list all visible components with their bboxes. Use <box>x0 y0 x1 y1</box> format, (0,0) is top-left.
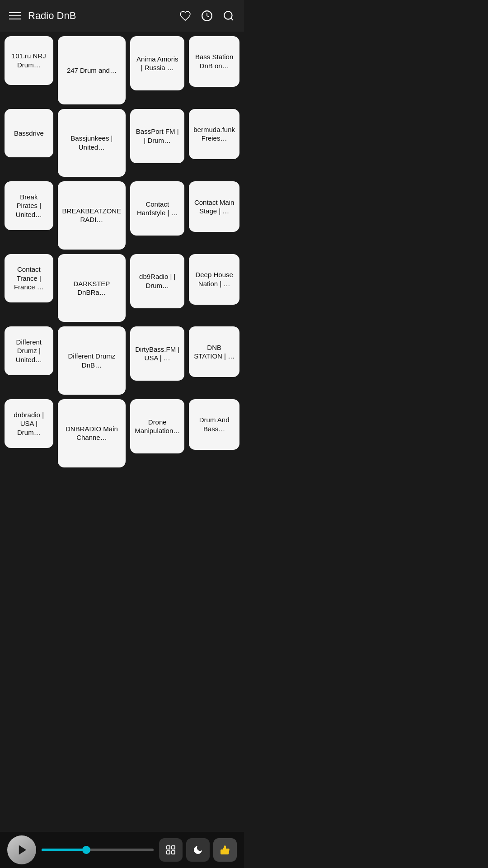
station-label-11: Contact Main Stage | … <box>193 198 235 216</box>
app-title: Radio DnB <box>28 10 179 22</box>
favorites-icon[interactable] <box>179 9 192 22</box>
svg-line-2 <box>231 18 233 20</box>
station-item-11[interactable]: Contact Main Stage | … <box>189 181 239 232</box>
station-label-21: DNBRADIO Main Channe… <box>62 425 122 442</box>
station-label-5: Bassjunkees | United… <box>62 134 122 151</box>
header: Radio DnB <box>0 0 244 32</box>
station-item-9[interactable]: BREAKBEATZONE RADI… <box>58 181 126 250</box>
station-label-18: DirtyBass.FM | USA | … <box>135 345 180 363</box>
station-label-4: Bassdrive <box>14 129 44 138</box>
station-label-8: Break Pirates | United… <box>9 193 49 219</box>
station-item-6[interactable]: BassPort FM | | Drum… <box>130 109 184 163</box>
station-label-20: dnbradio | USA | Drum… <box>9 410 49 437</box>
station-item-3[interactable]: Bass Station DnB on… <box>189 36 239 87</box>
station-item-20[interactable]: dnbradio | USA | Drum… <box>5 399 53 448</box>
station-label-13: DARKSTEP DnBRa… <box>62 279 122 297</box>
station-label-7: bermuda.funk Freies… <box>193 125 235 143</box>
station-item-1[interactable]: 247 Drum and… <box>58 36 126 104</box>
station-item-7[interactable]: bermuda.funk Freies… <box>189 109 239 160</box>
menu-button[interactable] <box>9 12 21 19</box>
station-label-23: Drum And Bass… <box>193 415 235 433</box>
station-label-19: DNB STATION | … <box>193 343 235 361</box>
station-label-9: BREAKBEATZONE RADI… <box>62 207 122 224</box>
station-item-2[interactable]: Anima Amoris | Russia … <box>130 36 184 90</box>
stations-grid: 101.ru NRJ Drum…247 Drum and…Anima Amori… <box>0 32 244 513</box>
station-label-16: Different Drumz | United… <box>9 338 49 364</box>
search-icon[interactable] <box>222 9 235 22</box>
station-label-2: Anima Amoris | Russia … <box>135 55 180 72</box>
station-item-17[interactable]: Different Drumz DnB… <box>58 326 126 395</box>
station-label-15: Deep House Nation | … <box>193 270 235 288</box>
station-label-3: Bass Station DnB on… <box>193 52 235 70</box>
station-item-8[interactable]: Break Pirates | United… <box>5 181 53 230</box>
station-item-16[interactable]: Different Drumz | United… <box>5 326 53 375</box>
station-item-5[interactable]: Bassjunkees | United… <box>58 109 126 177</box>
station-label-6: BassPort FM | | Drum… <box>135 127 180 145</box>
station-item-14[interactable]: db9Radio | | Drum… <box>130 254 184 308</box>
station-item-22[interactable]: Drone Manipulation… <box>130 399 184 453</box>
station-label-0: 101.ru NRJ Drum… <box>9 52 49 69</box>
station-label-22: Drone Manipulation… <box>135 418 180 435</box>
station-label-10: Contact Hardstyle | … <box>135 200 180 217</box>
station-item-10[interactable]: Contact Hardstyle | … <box>130 181 184 236</box>
station-item-4[interactable]: Bassdrive <box>5 109 53 158</box>
station-item-15[interactable]: Deep House Nation | … <box>189 254 239 305</box>
station-label-17: Different Drumz DnB… <box>62 352 122 369</box>
history-icon[interactable] <box>201 9 213 22</box>
station-item-13[interactable]: DARKSTEP DnBRa… <box>58 254 126 322</box>
station-item-23[interactable]: Drum And Bass… <box>189 399 239 450</box>
station-item-0[interactable]: 101.ru NRJ Drum… <box>5 36 53 85</box>
station-item-19[interactable]: DNB STATION | … <box>189 326 239 377</box>
header-icons <box>179 9 235 22</box>
station-item-18[interactable]: DirtyBass.FM | USA | … <box>130 326 184 381</box>
station-item-12[interactable]: Contact Trance | France … <box>5 254 53 303</box>
station-label-12: Contact Trance | France … <box>9 265 49 292</box>
svg-point-1 <box>224 11 232 19</box>
station-label-1: 247 Drum and… <box>67 66 117 75</box>
station-label-14: db9Radio | | Drum… <box>135 272 180 290</box>
station-item-21[interactable]: DNBRADIO Main Channe… <box>58 399 126 467</box>
